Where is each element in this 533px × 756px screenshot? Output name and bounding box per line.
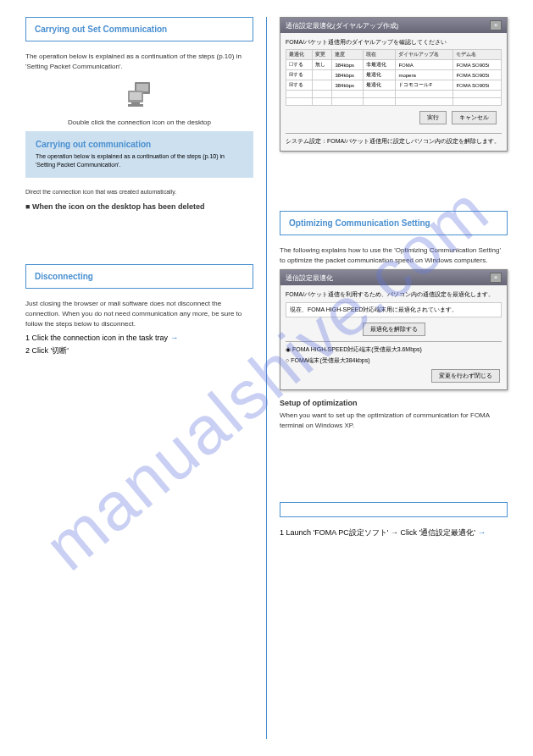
th-4: ダイヤルアップ名 <box>396 50 453 60</box>
step-2-text: Click '切断' <box>32 346 69 355</box>
heading-box-1: Carrying out Set Communication <box>25 17 253 41</box>
icon-caption: Double click the connection icon on the … <box>25 118 253 128</box>
return-arrow-icon: → <box>170 333 179 342</box>
step-r1: 1 Launch 'FOMA PC設定ソフト' → Click '通信設定最適化… <box>280 527 508 538</box>
radio-foma[interactable]: ○ FOMA端末(受信最大384kbps) <box>286 356 502 365</box>
page-container: Carrying out Set Communication The opera… <box>0 0 533 756</box>
close-icon[interactable]: × <box>490 20 502 30</box>
step-r1-text: Launch 'FOMA PC設定ソフト' → Click '通信設定最適化' <box>286 528 475 537</box>
svg-rect-5 <box>128 104 143 107</box>
body-r2: When you want to set up the optimization… <box>280 411 508 431</box>
close-icon[interactable]: × <box>490 273 502 283</box>
step-2-num: 2 <box>25 346 30 355</box>
execute-button[interactable]: 実行 <box>419 111 447 124</box>
heading-r1-text: Optimizing Communication Setting <box>289 218 430 228</box>
svg-rect-1 <box>136 84 148 91</box>
body-r1: The following explains how to use the 'O… <box>280 246 508 266</box>
step-1-num: 1 <box>25 334 30 342</box>
left-column: Carrying out Set Communication The opera… <box>25 17 253 739</box>
step-1: 1 Click the connection icon in the task … <box>25 333 253 342</box>
dialog-dialup-optimize: 通信設定最適化(ダイヤルアップ作成) × FOMA/パケット通信用のダイヤルアッ… <box>280 17 508 152</box>
heading-box-right-1: Optimizing Communication Setting <box>280 211 508 235</box>
dialog2-msg: FOMA/パケット通信を利用するため、パソコン内の通信設定を最適化します。 <box>286 290 502 299</box>
heading-2-text: Disconnecting <box>35 272 93 281</box>
body-text-3: Just closing the browser or mail softwar… <box>25 299 253 329</box>
optimize-button[interactable]: 最適化を解除する <box>363 323 425 336</box>
step-r1-num: 1 <box>280 528 284 537</box>
body-text-1: The operation below is explained as a co… <box>25 52 253 72</box>
heading-1-text: Carrying out Set Communication <box>35 25 167 34</box>
filled-body: The operation below is explained as a co… <box>36 152 243 169</box>
step-1-text: Click the connection icon in the task tr… <box>32 334 169 342</box>
table-row <box>286 91 502 98</box>
table-row: ☒する 384kbps 最適化 ドコモコールF FOMA SO905i <box>286 80 502 91</box>
table-row <box>286 98 502 106</box>
dialog-comm-optimize: 通信設定最適化 × FOMA/パケット通信を利用するため、パソコン内の通信設定を… <box>280 269 508 390</box>
svg-rect-4 <box>131 102 140 104</box>
dialog2-titlebar: 通信設定最適化 × <box>280 270 507 285</box>
return-arrow-icon: → <box>477 527 486 537</box>
dialog1-titlebar: 通信設定最適化(ダイヤルアップ作成) × <box>280 18 507 33</box>
dialog1-footer-text: システム設定：FOMA/パケット通信用に設定しパソコン内の設定を解除します。 <box>286 137 502 146</box>
dialup-table: 最適化 変更 速度 現在 ダイヤルアップ名 モデム名 ☐する 無し 384kbp… <box>286 49 502 106</box>
th-5: モデム名 <box>453 50 502 60</box>
radio-highspeed[interactable]: ◉ FOMA HIGH-SPEED対応端末(受信最大3.6Mbps) <box>286 345 502 354</box>
table-row: ☒する 384kbps 最適化 mopera FOMA SO905i <box>286 70 502 80</box>
filled-box: Carrying out communication The operation… <box>25 131 253 178</box>
note-2-head: ■ When the icon on the desktop has been … <box>25 202 253 211</box>
th-1: 変更 <box>312 50 331 60</box>
heading-box-2: Disconnecting <box>25 264 253 289</box>
network-connection-icon <box>123 80 157 113</box>
dialog1-title-text: 通信設定最適化(ダイヤルアップ作成) <box>286 21 398 30</box>
heading-box-right-2 <box>280 502 508 517</box>
filled-title: Carrying out communication <box>36 140 243 149</box>
th-2: 速度 <box>332 50 364 60</box>
step-2: 2 Click '切断' <box>25 345 253 356</box>
dialog2-status: 現在、FOMA HIGH-SPEED対応端末用に最適化されています。 <box>286 302 502 317</box>
table-row: ☐する 無し 384kbps 非最適化 FOMA FOMA SO905i <box>286 60 502 70</box>
svg-rect-3 <box>130 92 142 100</box>
cancel-button[interactable]: キャンセル <box>452 111 497 124</box>
close-noupdate-button[interactable]: 変更を行わず閉じる <box>431 369 500 383</box>
right-column: 通信設定最適化(ダイヤルアップ作成) × FOMA/パケット通信用のダイヤルアッ… <box>280 17 508 739</box>
th-3: 現在 <box>364 50 396 60</box>
column-divider <box>266 17 267 739</box>
th-0: 最適化 <box>286 50 313 60</box>
dialog1-subtitle: FOMA/パケット通信用のダイヤルアップを確認してください <box>286 38 502 47</box>
dialog2-title-text: 通信設定最適化 <box>286 273 333 283</box>
note-1: Direct the connection icon that was crea… <box>25 188 253 196</box>
subhead-optimization: Setup of optimization <box>280 399 508 407</box>
